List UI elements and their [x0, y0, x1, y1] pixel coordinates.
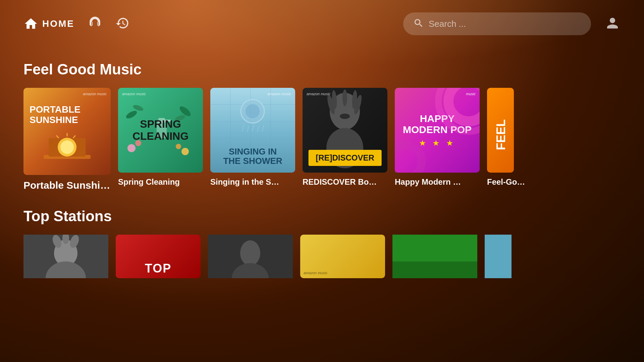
svg-point-11 [127, 144, 136, 152]
svg-rect-56 [485, 235, 512, 278]
user-icon[interactable] [604, 15, 621, 33]
amazon-music-logo-4: amazon music [307, 92, 330, 96]
svg-line-5 [73, 135, 75, 138]
svg-point-8 [132, 104, 144, 112]
svg-point-26 [245, 104, 260, 119]
station-blue-illustration [485, 235, 512, 278]
headphones-icon [88, 16, 102, 30]
top-stations-section: Top Stations [0, 208, 644, 278]
station-card-yellow[interactable]: amazon music [300, 235, 385, 278]
spring-cleaning-text: SPRINGCLEANING [132, 118, 189, 142]
top-stations-cards: ToP amazon music [23, 235, 621, 278]
svg-line-27 [242, 125, 244, 131]
svg-rect-55 [392, 261, 477, 278]
svg-line-30 [257, 125, 259, 132]
svg-point-39 [340, 114, 350, 119]
amazon-music-logo-6: amazon music [304, 271, 327, 275]
search-icon [413, 18, 424, 30]
card-feelgood-partial[interactable]: FEEL Feel-Go… [487, 88, 525, 191]
amazon-music-logo-2: amazon music [122, 92, 146, 96]
search-placeholder: Search ... [429, 19, 466, 29]
svg-point-3 [60, 140, 74, 154]
card-spring-label: Spring Cleaning [118, 177, 203, 187]
svg-point-13 [181, 148, 189, 155]
svg-line-31 [262, 125, 264, 131]
svg-line-29 [252, 125, 254, 131]
feel-good-title: Feel Good Music [23, 61, 621, 78]
happy-stars: ★ ★ ★ [419, 138, 455, 148]
card-rediscover[interactable]: amazon music [303, 88, 387, 191]
feelgood-illustration: FEEL [487, 88, 514, 173]
card-singing-shower[interactable]: amazon music [210, 88, 295, 191]
station-dark-illustration [208, 235, 293, 278]
feel-good-section: Feel Good Music amazon music PORTABLESUN… [0, 61, 644, 191]
station-green-illustration [392, 235, 477, 278]
nav-right [604, 15, 621, 33]
feel-good-cards: amazon music PORTABLESUNSHINE [23, 88, 621, 191]
svg-point-42 [395, 145, 422, 173]
search-bar[interactable]: Search ... [403, 12, 591, 35]
home-nav-item[interactable]: HOME [23, 16, 74, 31]
card-shower-label: Singing in the S… [210, 177, 295, 187]
header: HOME Search ... [0, 0, 644, 48]
svg-line-6 [56, 135, 59, 138]
card-portable-sunshine[interactable]: amazon music PORTABLESUNSHINE [23, 88, 111, 191]
rediscover-badge: [RE]DISCOVER [308, 150, 382, 166]
card-portable-label: Portable Sunshine [23, 180, 111, 191]
home-label: HOME [42, 18, 74, 29]
portable-sunshine-illustration [34, 128, 101, 172]
amazon-music-logo-5: music [466, 92, 476, 96]
amazon-music-logo-3: amazon music [267, 92, 291, 96]
svg-point-37 [342, 89, 347, 106]
station-card-top[interactable]: ToP [116, 235, 201, 278]
station-card-bw[interactable] [23, 235, 108, 278]
station-bw-illustration [23, 235, 108, 278]
history-nav-item[interactable] [115, 16, 129, 32]
svg-text:FEEL: FEEL [494, 119, 508, 150]
card-spring-cleaning[interactable]: amazon music [118, 88, 203, 191]
svg-point-14 [176, 144, 181, 149]
happy-modern-text: HAPPYMODERN POP [403, 113, 472, 135]
card-happy-label: Happy Modern … [395, 177, 480, 187]
portable-sunshine-text: PORTABLESUNSHINE [30, 105, 80, 125]
nav-left: HOME [23, 16, 403, 32]
station-card-dark[interactable] [208, 235, 293, 278]
station-card-blue[interactable] [485, 235, 512, 278]
svg-point-9 [178, 105, 192, 118]
svg-point-52 [240, 240, 260, 266]
station-card-green[interactable]: amazon music [392, 235, 477, 278]
home-icon [23, 16, 38, 31]
history-icon [115, 16, 129, 30]
amazon-music-logo: amazon music [83, 92, 107, 96]
svg-point-25 [241, 100, 264, 123]
headphones-nav-item[interactable] [88, 16, 102, 32]
station-top-text: ToP [145, 261, 171, 276]
singing-shower-text: SINGING INTHE SHOWER [223, 147, 282, 166]
svg-line-28 [247, 125, 249, 132]
top-stations-title: Top Stations [23, 208, 621, 225]
card-rediscover-label: REDISCOVER Bo… [303, 177, 387, 187]
card-feelgood-label: Feel-Go… [487, 177, 525, 187]
card-happy-modern[interactable]: music HAPPYMODERN POP ★ ★ ★ Happy Modern… [395, 88, 480, 191]
